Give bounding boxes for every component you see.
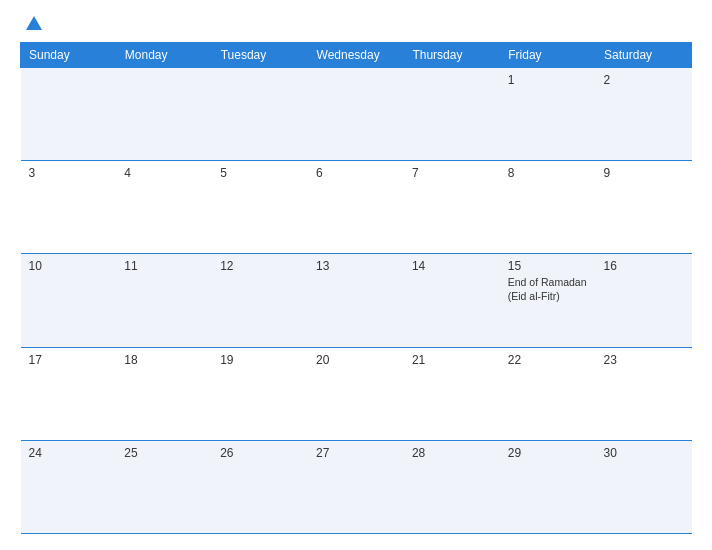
calendar-cell: 16 bbox=[596, 254, 692, 347]
weekday-header-monday: Monday bbox=[116, 43, 212, 68]
day-number: 30 bbox=[604, 446, 684, 460]
calendar-cell: 24 bbox=[21, 440, 117, 533]
header bbox=[20, 16, 692, 30]
calendar-cell: 22 bbox=[500, 347, 596, 440]
calendar-cell: 7 bbox=[404, 161, 500, 254]
calendar-cell: 18 bbox=[116, 347, 212, 440]
day-number: 2 bbox=[604, 73, 684, 87]
day-number: 1 bbox=[508, 73, 588, 87]
day-number: 27 bbox=[316, 446, 396, 460]
calendar-cell: 4 bbox=[116, 161, 212, 254]
calendar-cell: 30 bbox=[596, 440, 692, 533]
day-number: 4 bbox=[124, 166, 204, 180]
calendar-week-row: 17181920212223 bbox=[21, 347, 692, 440]
weekday-header-thursday: Thursday bbox=[404, 43, 500, 68]
day-number: 12 bbox=[220, 259, 300, 273]
calendar-week-row: 101112131415End of Ramadan(Eid al-Fitr)1… bbox=[21, 254, 692, 347]
day-number: 20 bbox=[316, 353, 396, 367]
day-number: 17 bbox=[29, 353, 109, 367]
calendar-cell bbox=[308, 68, 404, 161]
calendar-week-row: 12 bbox=[21, 68, 692, 161]
day-number: 25 bbox=[124, 446, 204, 460]
calendar-cell: 15End of Ramadan(Eid al-Fitr) bbox=[500, 254, 596, 347]
day-number: 5 bbox=[220, 166, 300, 180]
calendar-cell: 10 bbox=[21, 254, 117, 347]
weekday-header-tuesday: Tuesday bbox=[212, 43, 308, 68]
calendar-header: SundayMondayTuesdayWednesdayThursdayFrid… bbox=[21, 43, 692, 68]
calendar-cell: 6 bbox=[308, 161, 404, 254]
calendar-cell: 28 bbox=[404, 440, 500, 533]
calendar-cell: 11 bbox=[116, 254, 212, 347]
day-number: 11 bbox=[124, 259, 204, 273]
day-number: 28 bbox=[412, 446, 492, 460]
calendar-cell: 27 bbox=[308, 440, 404, 533]
calendar-table: SundayMondayTuesdayWednesdayThursdayFrid… bbox=[20, 42, 692, 534]
calendar-cell bbox=[212, 68, 308, 161]
calendar-cell: 17 bbox=[21, 347, 117, 440]
weekday-header-row: SundayMondayTuesdayWednesdayThursdayFrid… bbox=[21, 43, 692, 68]
calendar-cell bbox=[404, 68, 500, 161]
day-number: 22 bbox=[508, 353, 588, 367]
day-number: 10 bbox=[29, 259, 109, 273]
calendar-cell: 25 bbox=[116, 440, 212, 533]
calendar-cell: 20 bbox=[308, 347, 404, 440]
day-number: 16 bbox=[604, 259, 684, 273]
day-number: 3 bbox=[29, 166, 109, 180]
day-number: 26 bbox=[220, 446, 300, 460]
calendar-week-row: 24252627282930 bbox=[21, 440, 692, 533]
calendar-cell: 29 bbox=[500, 440, 596, 533]
weekday-header-sunday: Sunday bbox=[21, 43, 117, 68]
calendar-body: 123456789101112131415End of Ramadan(Eid … bbox=[21, 68, 692, 534]
calendar-cell: 12 bbox=[212, 254, 308, 347]
day-number: 18 bbox=[124, 353, 204, 367]
day-number: 24 bbox=[29, 446, 109, 460]
calendar-cell: 9 bbox=[596, 161, 692, 254]
day-number: 13 bbox=[316, 259, 396, 273]
calendar-cell: 8 bbox=[500, 161, 596, 254]
day-number: 14 bbox=[412, 259, 492, 273]
calendar-cell: 26 bbox=[212, 440, 308, 533]
calendar-cell: 19 bbox=[212, 347, 308, 440]
calendar-cell: 14 bbox=[404, 254, 500, 347]
calendar-cell: 23 bbox=[596, 347, 692, 440]
calendar-week-row: 3456789 bbox=[21, 161, 692, 254]
weekday-header-friday: Friday bbox=[500, 43, 596, 68]
calendar-cell bbox=[21, 68, 117, 161]
day-number: 9 bbox=[604, 166, 684, 180]
calendar-cell: 3 bbox=[21, 161, 117, 254]
event-text: End of Ramadan(Eid al-Fitr) bbox=[508, 276, 588, 303]
day-number: 23 bbox=[604, 353, 684, 367]
day-number: 7 bbox=[412, 166, 492, 180]
calendar-cell: 13 bbox=[308, 254, 404, 347]
weekday-header-saturday: Saturday bbox=[596, 43, 692, 68]
calendar-cell: 2 bbox=[596, 68, 692, 161]
day-number: 15 bbox=[508, 259, 588, 273]
calendar-cell: 5 bbox=[212, 161, 308, 254]
day-number: 8 bbox=[508, 166, 588, 180]
weekday-header-wednesday: Wednesday bbox=[308, 43, 404, 68]
calendar-cell: 1 bbox=[500, 68, 596, 161]
day-number: 21 bbox=[412, 353, 492, 367]
day-number: 6 bbox=[316, 166, 396, 180]
logo-triangle-icon bbox=[26, 16, 42, 30]
day-number: 19 bbox=[220, 353, 300, 367]
calendar-page: SundayMondayTuesdayWednesdayThursdayFrid… bbox=[0, 0, 712, 550]
calendar-cell: 21 bbox=[404, 347, 500, 440]
day-number: 29 bbox=[508, 446, 588, 460]
calendar-cell bbox=[116, 68, 212, 161]
logo bbox=[20, 16, 46, 30]
